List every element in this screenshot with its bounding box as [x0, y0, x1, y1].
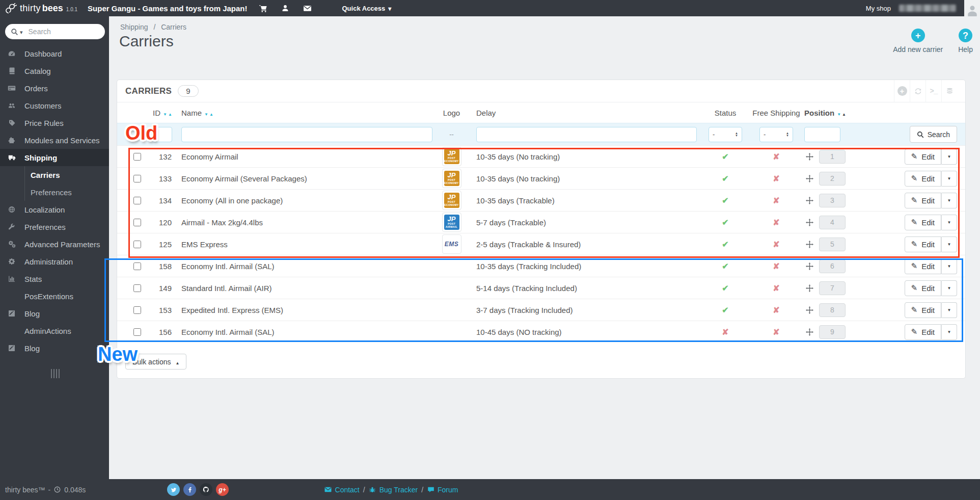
search-input[interactable]	[29, 28, 99, 36]
user-icon[interactable]	[281, 4, 289, 13]
filter-status-select[interactable]: -	[709, 127, 742, 142]
row-checkbox[interactable]	[133, 153, 141, 161]
row-checkbox[interactable]	[133, 262, 141, 270]
edit-dropdown-toggle[interactable]	[941, 193, 957, 208]
status-enabled-icon[interactable]	[722, 305, 728, 315]
my-shop-link[interactable]: My shop	[866, 5, 891, 12]
status-enabled-icon[interactable]	[722, 283, 728, 293]
drag-move-icon[interactable]	[805, 328, 814, 336]
filter-id-input[interactable]	[151, 127, 172, 142]
social-gplus-icon[interactable]: g+	[216, 483, 229, 496]
filter-free-shipping-select[interactable]: -	[759, 127, 793, 142]
quick-access-menu[interactable]: Quick Access	[342, 5, 392, 12]
free-shipping-disabled-icon[interactable]	[773, 152, 779, 162]
sidebar-item-administration[interactable]: Administration	[0, 253, 109, 270]
social-facebook-icon[interactable]	[183, 483, 196, 496]
filter-delay-input[interactable]	[476, 127, 697, 142]
row-checkbox[interactable]	[133, 197, 141, 204]
edit-dropdown-toggle[interactable]	[941, 302, 957, 318]
status-enabled-icon[interactable]	[722, 196, 728, 205]
sidebar-subitem-carriers[interactable]: Carriers	[25, 166, 109, 183]
footer-link-contact[interactable]: Contact	[324, 486, 360, 494]
free-shipping-disabled-icon[interactable]	[773, 283, 779, 293]
bulk-actions-button[interactable]: Bulk actions	[125, 354, 186, 370]
sidebar-item-dashboard[interactable]: Dashboard	[0, 45, 109, 62]
sidebar-item-preferences[interactable]: Preferences	[0, 218, 109, 235]
sidebar-item-customers[interactable]: Customers	[0, 97, 109, 114]
sort-asc-icon[interactable]	[208, 109, 213, 117]
sort-id-icons[interactable]	[163, 109, 172, 117]
drag-move-icon[interactable]	[805, 306, 814, 314]
free-shipping-disabled-icon[interactable]	[773, 240, 779, 249]
social-github-icon[interactable]	[200, 483, 212, 496]
drag-move-icon[interactable]	[805, 262, 814, 271]
drag-move-icon[interactable]	[805, 284, 814, 293]
free-shipping-disabled-icon[interactable]	[773, 196, 779, 205]
sidebar-item-localization[interactable]: Localization	[0, 201, 109, 218]
edit-button[interactable]: Edit	[905, 149, 941, 165]
free-shipping-disabled-icon[interactable]	[773, 174, 779, 183]
add-row-icon[interactable]	[894, 80, 910, 102]
free-shipping-disabled-icon[interactable]	[773, 305, 779, 315]
sort-asc-icon[interactable]	[841, 109, 846, 117]
row-checkbox[interactable]	[133, 241, 141, 248]
drag-move-icon[interactable]	[805, 196, 814, 205]
sidebar-item-price-rules[interactable]: Price Rules	[0, 114, 109, 131]
drag-move-icon[interactable]	[805, 218, 814, 227]
row-checkbox[interactable]	[133, 284, 141, 292]
sort-desc-icon[interactable]	[204, 109, 208, 117]
sidebar-item-orders[interactable]: Orders	[0, 80, 109, 97]
help-button[interactable]: ? Help	[958, 29, 973, 54]
footer-link-bug-tracker[interactable]: Bug Tracker	[369, 486, 418, 494]
status-disabled-icon[interactable]	[722, 327, 728, 337]
drag-move-icon[interactable]	[805, 174, 814, 183]
edit-button[interactable]: Edit	[905, 236, 941, 252]
sort-desc-icon[interactable]	[837, 109, 841, 117]
edit-button[interactable]: Edit	[905, 324, 941, 340]
sort-name-icons[interactable]	[204, 109, 213, 117]
sidebar-item-shipping[interactable]: Shipping	[0, 149, 109, 166]
social-twitter-icon[interactable]	[167, 483, 180, 496]
edit-dropdown-toggle[interactable]	[941, 258, 957, 274]
sidebar-item-advanced-parameters[interactable]: Advanced Parameters	[0, 235, 109, 253]
edit-button[interactable]: Edit	[905, 193, 941, 208]
edit-button[interactable]: Edit	[905, 302, 941, 318]
sidebar-item-blog[interactable]: Blog	[0, 339, 109, 357]
cart-icon[interactable]	[259, 4, 267, 13]
row-checkbox[interactable]	[133, 175, 141, 182]
filter-search-button[interactable]: Search	[910, 126, 957, 143]
sidebar-item-modules-and-services[interactable]: Modules and Services	[0, 131, 109, 149]
filter-position-input[interactable]	[804, 127, 840, 142]
sort-position-icons[interactable]	[837, 109, 846, 117]
status-enabled-icon[interactable]	[722, 240, 728, 249]
breadcrumb-carriers[interactable]: Carriers	[161, 23, 186, 31]
sidebar-collapse-handle[interactable]	[51, 369, 60, 378]
status-enabled-icon[interactable]	[722, 261, 728, 271]
edit-dropdown-toggle[interactable]	[941, 149, 957, 165]
employee-name-blurred[interactable]	[899, 5, 956, 12]
terminal-icon[interactable]: >_	[925, 80, 941, 102]
sidebar-item-catalog[interactable]: Catalog	[0, 62, 109, 80]
sidebar-item-posextentions[interactable]: PosExtentions	[0, 287, 109, 305]
free-shipping-disabled-icon[interactable]	[773, 218, 779, 227]
database-icon[interactable]	[941, 80, 957, 102]
sort-desc-icon[interactable]	[163, 109, 167, 117]
edit-dropdown-toggle[interactable]	[941, 215, 957, 230]
sidebar-item-blog[interactable]: Blog	[0, 305, 109, 322]
filter-name-input[interactable]	[181, 127, 432, 142]
add-new-carrier-button[interactable]: + Add new carrier	[893, 29, 943, 54]
status-enabled-icon[interactable]	[722, 174, 728, 183]
sidebar-item-adminactions[interactable]: AdminActions	[0, 322, 109, 339]
drag-move-icon[interactable]	[805, 240, 814, 249]
edit-button[interactable]: Edit	[905, 215, 941, 230]
row-checkbox[interactable]	[133, 328, 141, 336]
sidebar-subitem-preferences[interactable]: Preferences	[25, 183, 109, 201]
brand[interactable]: thirtybees 1.0.1	[0, 2, 77, 15]
refresh-icon[interactable]	[910, 80, 925, 102]
status-enabled-icon[interactable]	[722, 152, 728, 162]
row-checkbox[interactable]	[133, 219, 141, 226]
edit-dropdown-toggle[interactable]	[941, 236, 957, 252]
status-enabled-icon[interactable]	[722, 218, 728, 227]
edit-button[interactable]: Edit	[905, 258, 941, 274]
edit-button[interactable]: Edit	[905, 280, 941, 296]
